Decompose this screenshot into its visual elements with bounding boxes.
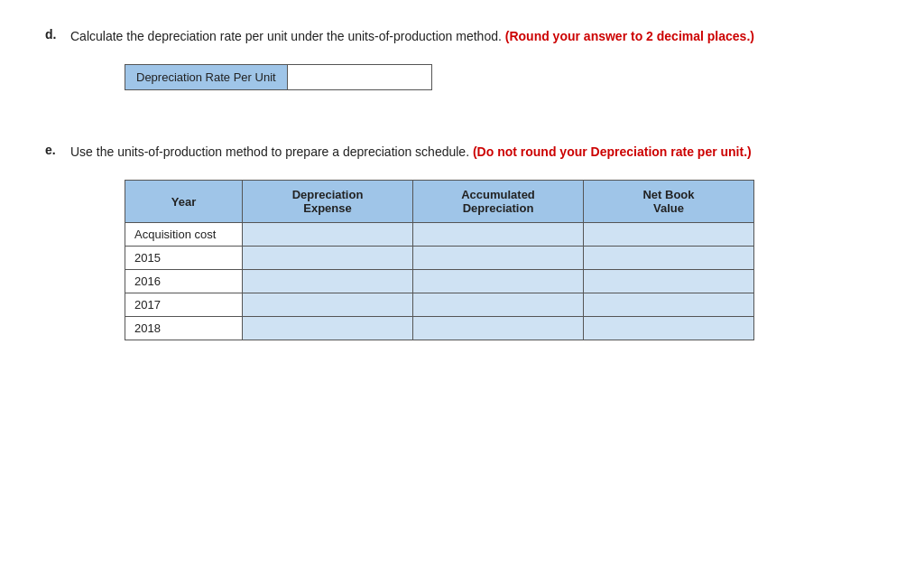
row-2016-expense[interactable] [243,270,413,293]
section-e-question-text: Use the units-of-production method to pr… [70,144,469,159]
input-2015-netbook[interactable] [584,247,753,269]
depreciation-rate-input[interactable] [288,64,432,90]
input-acquisition-accumulated[interactable] [413,223,583,246]
section-d: d. Calculate the depreciation rate per u… [45,27,879,99]
section-e-letter: e. [45,143,63,157]
input-2018-netbook[interactable] [584,317,753,340]
input-2016-expense[interactable] [243,270,412,293]
depreciation-rate-label: Depreciation Rate Per Unit [125,64,288,90]
row-2017-label: 2017 [125,293,243,317]
section-e: e. Use the units-of-production method to… [45,143,879,340]
col-header-year: Year [125,181,243,223]
input-acquisition-netbook[interactable] [584,223,753,246]
row-acquisition-label: Acquisition cost [125,223,243,247]
row-2016-netbook[interactable] [584,270,754,293]
input-2018-expense[interactable] [243,317,412,340]
row-acquisition-netbook[interactable] [584,223,754,247]
table-row: 2015 [125,247,754,270]
table-row: 2018 [125,317,754,340]
row-2018-accumulated[interactable] [413,317,584,340]
input-2015-accumulated[interactable] [413,247,583,269]
input-2017-expense[interactable] [243,293,412,316]
row-2017-netbook[interactable] [584,293,754,317]
input-2016-accumulated[interactable] [413,270,583,293]
table-row: 2016 [125,270,754,293]
depreciation-schedule-table-container: Year DepreciationExpense AccumulatedDepr… [125,180,879,340]
section-d-question-text: Calculate the depreciation rate per unit… [70,29,502,43]
row-2017-expense[interactable] [243,293,413,317]
row-2016-accumulated[interactable] [413,270,584,293]
col-header-expense: DepreciationExpense [243,181,413,223]
row-2018-netbook[interactable] [584,317,754,340]
table-row: 2017 [125,293,754,317]
row-2015-netbook[interactable] [584,247,754,270]
col-header-accumulated: AccumulatedDepreciation [413,181,584,223]
input-2015-expense[interactable] [243,247,412,269]
depreciation-rate-row: Depreciation Rate Per Unit [125,64,879,90]
row-2015-label: 2015 [125,247,243,270]
row-2015-accumulated[interactable] [413,247,584,270]
section-e-question: Use the units-of-production method to pr… [70,143,879,162]
input-acquisition-expense[interactable] [243,223,412,246]
section-d-question: Calculate the depreciation rate per unit… [70,27,879,46]
row-2018-expense[interactable] [243,317,413,340]
section-e-red-text: (Do not round your Depreciation rate per… [473,144,752,159]
depreciation-schedule-table: Year DepreciationExpense AccumulatedDepr… [125,180,754,340]
row-acquisition-expense[interactable] [243,223,413,247]
table-row: Acquisition cost [125,223,754,247]
row-2018-label: 2018 [125,317,243,340]
row-2016-label: 2016 [125,270,243,293]
input-2018-accumulated[interactable] [413,317,583,340]
col-header-netbook: Net BookValue [584,181,754,223]
row-acquisition-accumulated[interactable] [413,223,584,247]
input-2017-netbook[interactable] [584,293,753,316]
input-2016-netbook[interactable] [584,270,753,293]
row-2017-accumulated[interactable] [413,293,584,317]
row-2015-expense[interactable] [243,247,413,270]
section-d-red-text: (Round your answer to 2 decimal places.) [505,29,754,43]
section-d-letter: d. [45,27,63,42]
input-2017-accumulated[interactable] [413,293,583,316]
